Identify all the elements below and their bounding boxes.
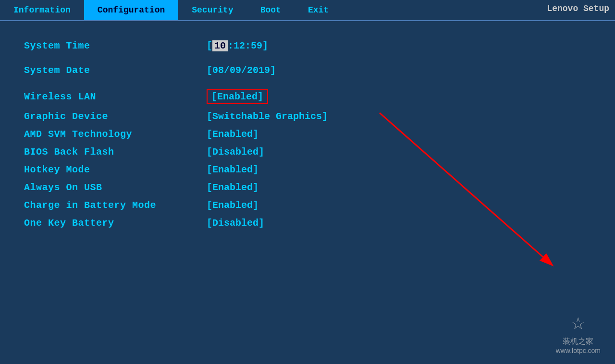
charge-battery-value[interactable]: [Enabled]	[207, 200, 258, 211]
always-on-usb-row: Always On USB [Enabled]	[24, 182, 591, 193]
charge-battery-label: Charge in Battery Mode	[24, 200, 207, 211]
graphic-device-label: Graphic Device	[24, 111, 207, 122]
hotkey-mode-value[interactable]: [Enabled]	[207, 164, 258, 175]
wireless-lan-label: Wireless LAN	[24, 91, 207, 102]
tab-configuration[interactable]: Configuration	[84, 0, 178, 20]
bios-back-flash-value[interactable]: [Disabled]	[207, 146, 264, 158]
graphic-device-row: Graphic Device [Switchable Graphics]	[24, 111, 591, 122]
time-rest: :12:59]	[228, 40, 268, 51]
amd-svm-label: AMD SVM Technology	[24, 129, 207, 140]
time-hour[interactable]: 10	[212, 40, 228, 51]
hotkey-mode-row: Hotkey Mode [Enabled]	[24, 164, 591, 175]
time-bracket-open: [	[207, 40, 212, 51]
tab-exit[interactable]: Exit	[295, 0, 342, 20]
system-date-row: System Date [08/09/2019]	[24, 65, 591, 76]
system-time-value[interactable]: [10:12:59]	[207, 40, 268, 51]
system-time-label: System Time	[24, 40, 207, 51]
wireless-lan-row: Wireless LAN [Enabled]	[24, 89, 591, 104]
amd-svm-row: AMD SVM Technology [Enabled]	[24, 129, 591, 140]
watermark-star-icon: ☆	[556, 312, 601, 335]
watermark: ☆ 装机之家 www.lotpc.com	[556, 312, 601, 354]
amd-svm-value[interactable]: [Enabled]	[207, 129, 258, 140]
bios-back-flash-label: BIOS Back Flash	[24, 146, 207, 158]
one-key-battery-row: One Key Battery [Disabled]	[24, 218, 591, 229]
bios-settings-table: System Time [10:12:59] System Date [08/0…	[24, 40, 591, 229]
bios-content: System Time [10:12:59] System Date [08/0…	[0, 21, 615, 250]
watermark-text: 装机之家	[556, 337, 601, 347]
tab-security[interactable]: Security	[178, 0, 246, 20]
tab-boot[interactable]: Boot	[247, 0, 295, 20]
watermark-url: www.lotpc.com	[556, 347, 601, 354]
charge-battery-row: Charge in Battery Mode [Enabled]	[24, 200, 591, 211]
nav-bar: Lenovo Setup Information Configuration S…	[0, 0, 615, 21]
wireless-lan-value[interactable]: [Enabled]	[207, 89, 268, 104]
graphic-device-value[interactable]: [Switchable Graphics]	[207, 111, 328, 122]
hotkey-mode-label: Hotkey Mode	[24, 164, 207, 175]
system-date-label: System Date	[24, 65, 207, 76]
tab-information[interactable]: Information	[0, 0, 84, 20]
brand-title: Lenovo Setup	[541, 0, 615, 17]
system-date-value[interactable]: [08/09/2019]	[207, 65, 276, 76]
always-on-usb-value[interactable]: [Enabled]	[207, 182, 258, 193]
one-key-battery-label: One Key Battery	[24, 218, 207, 229]
system-time-row: System Time [10:12:59]	[24, 40, 591, 51]
one-key-battery-value[interactable]: [Disabled]	[207, 218, 264, 229]
always-on-usb-label: Always On USB	[24, 182, 207, 193]
bios-back-flash-row: BIOS Back Flash [Disabled]	[24, 146, 591, 158]
